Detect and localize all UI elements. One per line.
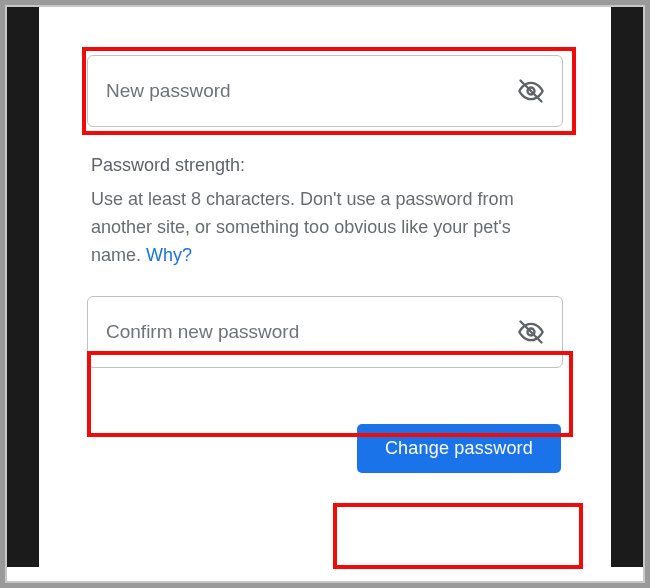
visibility-off-icon [517, 318, 545, 346]
decorative-right-strip [611, 7, 643, 567]
toggle-new-password-visibility[interactable] [515, 75, 547, 107]
screenshot-frame: Password strength: Use at least 8 charac… [5, 5, 645, 583]
new-password-input[interactable] [87, 55, 563, 127]
confirm-password-input[interactable] [87, 296, 563, 368]
password-strength-title: Password strength: [91, 155, 563, 176]
change-password-button[interactable]: Change password [357, 424, 561, 473]
action-row: Change password [87, 424, 563, 473]
why-link[interactable]: Why? [146, 245, 192, 265]
visibility-off-icon [517, 77, 545, 105]
password-strength-block: Password strength: Use at least 8 charac… [91, 155, 563, 270]
decorative-left-strip [7, 7, 39, 567]
password-strength-description: Use at least 8 characters. Don't use a p… [91, 186, 563, 270]
confirm-password-row [87, 296, 563, 368]
toggle-confirm-password-visibility[interactable] [515, 316, 547, 348]
password-change-form: Password strength: Use at least 8 charac… [39, 7, 611, 581]
new-password-row [87, 55, 563, 127]
